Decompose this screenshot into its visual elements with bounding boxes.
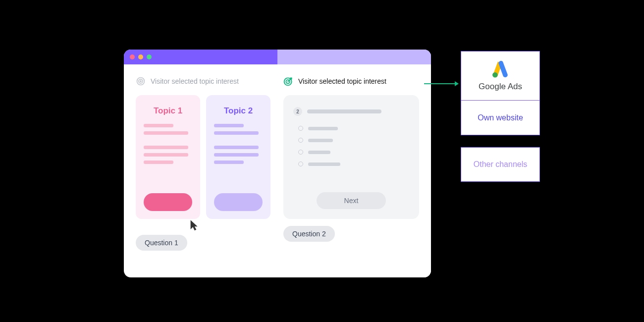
placeholder-line — [214, 131, 259, 135]
topic-1-select-button[interactable] — [144, 193, 192, 211]
maximize-icon[interactable] — [147, 54, 152, 59]
target-hit-icon — [283, 76, 293, 86]
other-channels-label: Other channels — [474, 160, 528, 169]
question-2-chip: Question 2 — [283, 226, 335, 242]
placeholder-line — [307, 109, 381, 113]
next-button[interactable]: Next — [317, 192, 386, 209]
minimize-icon[interactable] — [138, 54, 143, 59]
placeholder-line — [214, 124, 244, 127]
topic-2-title: Topic 2 — [224, 106, 253, 116]
topic-1-title: Topic 1 — [154, 106, 182, 116]
placeholder-line — [308, 127, 338, 130]
step-1-heading: Visitor selected topic interest — [136, 76, 274, 86]
placeholder-line — [214, 161, 244, 164]
question-1-chip: Question 1 — [136, 235, 187, 251]
svg-point-0 — [137, 78, 145, 85]
step-2-heading: Visitor selected topic interest — [283, 76, 419, 86]
destination-boxes: Google Ads Own website Other channels — [461, 51, 540, 182]
flow-arrow — [424, 83, 460, 84]
browser-body: Visitor selected topic interest Topic 1 — [124, 64, 431, 277]
question-options — [293, 126, 409, 173]
radio-icon — [298, 150, 303, 155]
step-1-column: Visitor selected topic interest Topic 1 — [136, 76, 274, 277]
destination-google-ads[interactable]: Google Ads — [461, 51, 540, 101]
placeholder-line — [144, 153, 188, 157]
question-number-badge: 2 — [293, 107, 302, 116]
placeholder-line — [308, 162, 340, 166]
svg-point-6 — [492, 72, 498, 78]
browser-window: Visitor selected topic interest Topic 1 — [124, 50, 431, 277]
step-2-heading-text: Visitor selected topic interest — [298, 77, 386, 85]
step-2-column: Visitor selected topic interest 2 — [277, 64, 431, 277]
radio-option[interactable] — [298, 150, 409, 155]
radio-option[interactable] — [298, 138, 409, 143]
google-ads-label: Google Ads — [479, 82, 522, 92]
titlebar-overlay — [277, 50, 431, 64]
svg-point-1 — [139, 79, 143, 83]
topic-card-1[interactable]: Topic 1 — [136, 95, 200, 219]
close-icon[interactable] — [130, 54, 135, 59]
placeholder-line — [214, 153, 259, 157]
destination-other-channels[interactable]: Other channels — [461, 147, 540, 182]
placeholder-line — [308, 151, 330, 154]
target-icon — [136, 76, 146, 86]
radio-icon — [298, 161, 303, 166]
step-1-heading-text: Visitor selected topic interest — [151, 77, 239, 85]
placeholder-line — [144, 161, 173, 164]
topic-cards: Topic 1 Topic 2 — [136, 95, 274, 219]
cursor-icon — [188, 219, 202, 235]
svg-point-2 — [140, 81, 142, 82]
own-website-label: Own website — [478, 113, 523, 122]
placeholder-line — [144, 124, 173, 127]
radio-icon — [298, 138, 303, 143]
placeholder-line — [214, 146, 259, 149]
google-ads-icon — [490, 60, 510, 80]
radio-option[interactable] — [298, 161, 409, 166]
question-panel: 2 — [283, 95, 419, 219]
topic-card-2[interactable]: Topic 2 — [206, 95, 270, 219]
topic-2-select-button[interactable] — [214, 193, 263, 211]
destination-own-website[interactable]: Own website — [461, 101, 540, 135]
radio-option[interactable] — [298, 126, 409, 131]
placeholder-line — [144, 146, 188, 149]
placeholder-line — [308, 139, 333, 142]
placeholder-line — [144, 131, 188, 135]
radio-icon — [298, 126, 303, 131]
